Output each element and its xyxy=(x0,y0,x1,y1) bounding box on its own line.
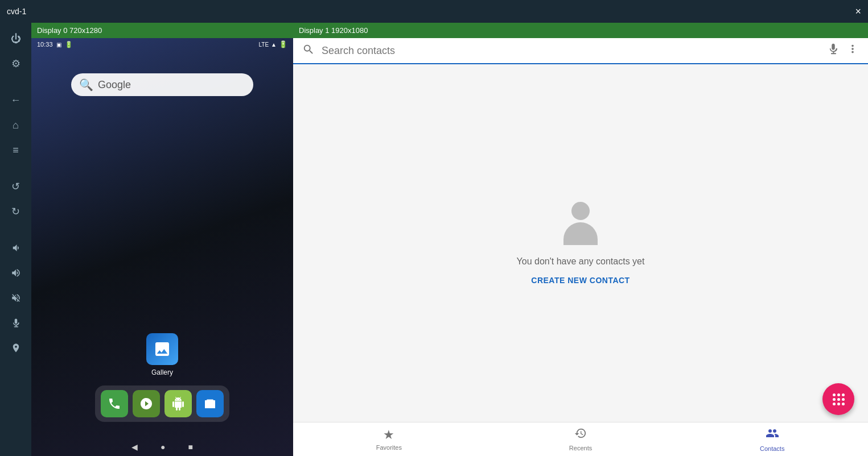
mute-icon[interactable] xyxy=(5,287,27,309)
menu-icon[interactable]: ≡ xyxy=(5,139,27,161)
fab-grid-icon xyxy=(832,392,846,407)
favorites-label: Favorites xyxy=(376,444,402,451)
recents-nav-button[interactable]: ■ xyxy=(188,442,193,451)
display0-screen[interactable]: 10:33 ▣ 🔋 LTE ▲ 🔋 � xyxy=(31,38,293,456)
contacts-bottom-nav: ★ Favorites Recents xyxy=(293,422,868,456)
phone-status-bar: 10:33 ▣ 🔋 LTE ▲ 🔋 xyxy=(31,38,293,51)
no-contacts-message: You don't have any contacts yet xyxy=(517,256,645,267)
main-layout: ⏻ ⚙ ← ⌂ ≡ ↺ ↻ Display 0 720x1280 xyxy=(0,23,868,456)
rotate-icon[interactable]: ↺ xyxy=(5,175,27,198)
display1-screen: You don't have any contacts yet CREATE N… xyxy=(293,38,868,456)
favorites-icon: ★ xyxy=(383,428,394,442)
back-nav-button[interactable]: ◀ xyxy=(131,442,138,451)
lte-label: LTE xyxy=(258,42,269,48)
microphone-sidebar-icon[interactable] xyxy=(5,312,27,334)
displays-area: Display 0 720x1280 10:33 ▣ 🔋 LTE xyxy=(31,23,868,456)
favorites-tab[interactable]: ★ Favorites xyxy=(293,422,485,456)
battery-status-icon: 🔋 xyxy=(65,41,73,48)
gallery-app-icon[interactable]: Gallery xyxy=(146,333,178,376)
display0-panel: Display 0 720x1280 10:33 ▣ 🔋 LTE xyxy=(31,23,293,456)
display1-panel: Display 1 1920x1080 xyxy=(293,23,868,456)
fab-add-contact-button[interactable] xyxy=(822,383,854,415)
display0-header: Display 0 720x1280 xyxy=(31,23,293,38)
title-bar: cvd-1 × xyxy=(0,0,868,23)
google-search-placeholder: Google xyxy=(98,79,131,91)
location-icon[interactable] xyxy=(5,337,27,359)
recents-tab[interactable]: Recents xyxy=(485,422,677,456)
gallery-icon-box xyxy=(146,333,178,365)
power-icon[interactable]: ⏻ xyxy=(5,27,27,50)
signal-icon: ▲ xyxy=(271,42,277,48)
volume-low-icon[interactable] xyxy=(5,237,27,259)
refresh-icon[interactable]: ↻ xyxy=(5,200,27,223)
contacts-nav-label: Contacts xyxy=(760,445,784,452)
contacts-empty-state: You don't have any contacts yet CREATE N… xyxy=(293,64,868,422)
settings-icon[interactable]: ⚙ xyxy=(5,52,27,75)
voice-search-icon[interactable] xyxy=(827,43,840,59)
google-search-bar[interactable]: 🔍 Google xyxy=(71,73,253,96)
avatar-head xyxy=(571,202,590,220)
contacts-tab[interactable]: Contacts xyxy=(676,422,868,456)
android-background: 10:33 ▣ 🔋 LTE ▲ 🔋 � xyxy=(31,38,293,456)
phone-dock xyxy=(95,385,229,422)
avatar-body xyxy=(563,222,598,245)
close-button[interactable]: × xyxy=(855,6,861,18)
more-options-icon[interactable] xyxy=(846,43,859,59)
contacts-icon xyxy=(766,426,779,443)
sidebar: ⏻ ⚙ ← ⌂ ≡ ↺ ↻ xyxy=(0,23,31,456)
home-icon[interactable]: ⌂ xyxy=(5,114,27,136)
search-input[interactable] xyxy=(322,45,820,57)
displays-row: Display 0 720x1280 10:33 ▣ 🔋 LTE xyxy=(31,23,868,456)
phone-time: 10:33 xyxy=(37,41,53,48)
search-icon xyxy=(302,43,315,59)
window-title: cvd-1 xyxy=(7,7,26,16)
camera-app-icon[interactable] xyxy=(196,390,224,417)
back-icon[interactable]: ← xyxy=(5,89,27,111)
battery-icon: 🔋 xyxy=(279,40,287,48)
volume-high-icon[interactable] xyxy=(5,262,27,284)
contact-avatar-placeholder xyxy=(558,202,603,247)
phone-navigation-bar: ◀ ● ■ xyxy=(131,442,193,451)
android-app-icon[interactable] xyxy=(164,390,192,417)
recents-label: Recents xyxy=(569,445,592,451)
google-search-icon: 🔍 xyxy=(79,78,93,92)
sim-icon: ▣ xyxy=(56,42,61,48)
home-nav-button[interactable]: ● xyxy=(161,442,165,451)
phone-app-icon[interactable] xyxy=(101,390,128,417)
recents-icon xyxy=(574,427,587,443)
contacts-search-bar[interactable] xyxy=(293,38,868,64)
gallery-label: Gallery xyxy=(151,368,173,376)
display1-header: Display 1 1920x1080 xyxy=(293,23,868,38)
fdroid-app-icon[interactable] xyxy=(133,390,160,417)
create-new-contact-button[interactable]: CREATE NEW CONTACT xyxy=(531,276,630,285)
